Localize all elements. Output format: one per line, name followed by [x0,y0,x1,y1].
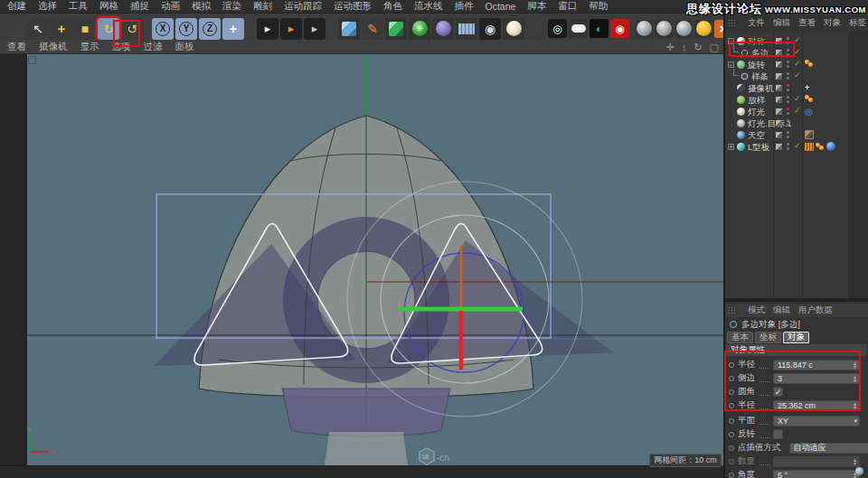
visibility-dots[interactable] [787,96,789,103]
半径-input[interactable]: 25.362 cm▲▼ [773,400,860,411]
keyframe-ring-icon[interactable] [729,376,734,381]
value-stepper[interactable]: ▲▼ [853,458,857,465]
object-label[interactable]: L型板 [748,142,769,154]
enabled-check-icon[interactable]: ✓ [794,70,801,80]
am-menu-2[interactable]: 编辑 [773,305,790,316]
viewport-menu-5[interactable]: 过滤 [144,41,163,53]
material-sphere-1-icon[interactable] [635,20,653,38]
object-row-样条[interactable]: 样条✓ [725,70,868,82]
viewport-menu-4[interactable]: 选项 [112,41,131,53]
visibility-dots[interactable] [787,49,789,56]
value-stepper[interactable]: ▲▼ [853,402,857,409]
object-row-放样[interactable]: 放样✓ [725,94,868,106]
pan-view-icon[interactable]: ✛ [666,42,675,53]
scene-light-icon[interactable] [503,18,524,40]
enabled-check-icon[interactable]: ✓ [794,35,801,44]
visibility-dots[interactable] [787,37,789,44]
viewport-menu-1[interactable]: 查看 [7,41,26,53]
visibility-dot-bottom[interactable] [787,53,789,56]
stepper-down-icon[interactable]: ▼ [853,365,857,369]
visibility-dots[interactable] [787,72,789,80]
om-menu-1[interactable]: 文件 [748,17,765,29]
value-stepper[interactable]: ▲▼ [853,361,857,369]
keyframe-ring-icon[interactable] [729,403,734,408]
layer-toggle[interactable] [776,50,782,56]
menu-5[interactable]: 捕捉 [130,0,149,13]
menu-17[interactable]: 窗口 [558,0,577,13]
pen-spline-icon[interactable]: ✎ [362,18,383,40]
layer-toggle[interactable] [776,85,782,91]
visibility-dot-bottom[interactable] [787,124,789,127]
stepper-down-icon[interactable]: ▼ [853,475,857,478]
layer-toggle[interactable] [776,108,782,115]
visibility-dot-bottom[interactable] [787,65,789,68]
visibility-dot-top[interactable] [787,119,789,122]
object-row-摄像机[interactable]: 摄像机+ [725,82,868,94]
visibility-dot-top[interactable] [787,49,789,52]
floor-environment-icon[interactable] [456,18,477,40]
om-menu-4[interactable]: 对象 [824,17,841,29]
enabled-check-icon[interactable]: ✓ [794,59,801,68]
enabled-check-icon[interactable]: ✓ [794,47,801,56]
uv-tag-icon[interactable] [805,143,814,151]
menu-18[interactable]: 帮助 [589,0,608,13]
target-material-icon[interactable]: ◎ [548,19,567,38]
menu-9[interactable]: 雕刻 [253,0,272,13]
visibility-dot-top[interactable] [787,61,789,63]
subdivision-surface-icon[interactable] [385,18,407,40]
menu-1[interactable]: 创建 [7,0,26,13]
layer-toggle[interactable] [776,132,782,138]
visibility-dots[interactable] [787,61,789,68]
render-region-icon[interactable]: ▸ [280,18,302,40]
layer-toggle[interactable] [776,144,782,150]
layer-toggle[interactable] [776,120,782,127]
menu-16[interactable]: 脚本 [527,0,546,13]
visibility-dots[interactable] [787,84,789,91]
menu-2[interactable]: 选择 [38,0,57,13]
mograph-array-icon[interactable]: ✳ [409,18,430,40]
圆角-checkbox[interactable]: ✓ [773,387,783,397]
visibility-dot-bottom[interactable] [787,147,789,150]
scale-tool-icon[interactable]: ■ [74,18,96,40]
material-contrast-icon[interactable]: ◐ [590,19,609,38]
menu-6[interactable]: 动画 [161,0,180,13]
visibility-dot-bottom[interactable] [787,89,789,91]
light-target-icon[interactable]: ◎ [805,107,813,117]
deformer-icon[interactable] [432,18,454,40]
tab-对象[interactable]: 对象 [783,332,809,343]
lock-z-axis-icon[interactable]: Z [199,18,221,40]
collapse-icon[interactable]: - [728,38,734,44]
expand-icon[interactable]: + [728,144,734,150]
object-row-多边[interactable]: 多边✓ [725,47,868,59]
move-tool-icon[interactable]: + [51,18,72,40]
menu-12[interactable]: 角色 [383,0,402,13]
menu-15[interactable]: Octane [486,1,516,12]
visibility-dot-top[interactable] [787,143,789,145]
material-tag-icon[interactable] [826,142,835,151]
menu-8[interactable]: 渲染 [222,0,241,13]
visibility-dots[interactable] [787,131,789,138]
render-view-icon[interactable]: ▸ [257,18,278,40]
last-tool-icon[interactable]: ↺ [121,18,143,40]
menu-4[interactable]: 网格 [99,0,118,13]
enabled-check-icon[interactable]: ✓ [794,141,801,150]
menu-3[interactable]: 工具 [69,0,88,13]
数量-input[interactable]: ▲▼ [773,456,860,467]
visibility-dots[interactable] [787,119,789,127]
rotate-view-icon[interactable]: ↻ [693,42,702,53]
半径-input[interactable]: 115.847 c▲▼ [773,360,860,370]
render-settings-icon[interactable]: ▸ [304,18,326,40]
keyframe-ring-icon[interactable] [729,389,734,395]
layer-toggle[interactable] [776,97,782,103]
maximize-view-icon[interactable]: ▢ [710,42,719,53]
visibility-dot-bottom[interactable] [787,77,789,80]
visibility-dot-bottom[interactable] [787,112,789,115]
object-row-L型板[interactable]: +L型板✓ [725,141,868,153]
phong-tag-icon[interactable] [816,143,825,151]
tab-基本[interactable]: 基本 [727,332,753,343]
viewport[interactable]: Y X UI -cn [27,54,723,465]
visibility-dots[interactable] [787,143,789,150]
material-sphere-3-icon[interactable] [675,20,693,38]
平面-dropdown[interactable]: XY▾ [773,416,860,426]
coordinate-system-icon[interactable]: + [222,18,244,40]
